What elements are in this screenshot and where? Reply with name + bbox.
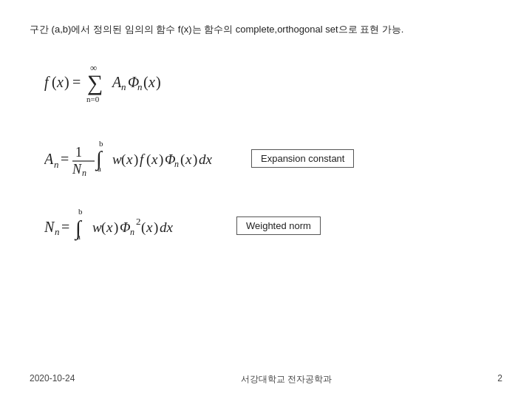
svg-text:(: ( bbox=[143, 74, 149, 91]
svg-text:n: n bbox=[137, 81, 143, 92]
svg-text:(: ( bbox=[146, 151, 151, 168]
formula-an: A n = 1 N n b a ∫ w ( x ) f ( x bbox=[44, 133, 236, 185]
svg-text:): ) bbox=[159, 151, 163, 168]
svg-text:x: x bbox=[146, 219, 153, 235]
svg-text:n: n bbox=[55, 226, 60, 237]
svg-text:1: 1 bbox=[75, 145, 82, 160]
svg-text:N: N bbox=[72, 162, 82, 177]
svg-text:∫: ∫ bbox=[74, 216, 83, 241]
svg-text:x: x bbox=[126, 151, 133, 167]
svg-text:dx: dx bbox=[160, 219, 174, 235]
formula-row-1: f ( x ) = ∑ n=0 ∞ A n Φ n ( x ) bbox=[44, 59, 502, 107]
footer-institution: 서강대학교 전자공학과 bbox=[241, 373, 332, 386]
svg-text:x: x bbox=[185, 151, 192, 167]
svg-text:(: ( bbox=[121, 151, 126, 168]
svg-text:n: n bbox=[54, 159, 59, 170]
formula-nn: N n = b a ∫ w ( x ) Φ n 2 ( x ) dx bbox=[44, 205, 222, 246]
svg-text:=: = bbox=[61, 219, 69, 235]
svg-text:dx: dx bbox=[199, 151, 213, 167]
formula-fx: f ( x ) = ∑ n=0 ∞ A n Φ n ( x ) bbox=[44, 59, 192, 107]
footer-page: 2 bbox=[497, 373, 502, 386]
header-text: 구간 (a,b)에서 정의된 임의의 함수 f(x)는 함수의 complete… bbox=[30, 22, 502, 37]
expansion-constant-label: Expansion constant bbox=[251, 149, 354, 168]
svg-text:N: N bbox=[44, 219, 55, 235]
svg-text:n: n bbox=[82, 168, 86, 178]
svg-text:∞: ∞ bbox=[90, 62, 97, 73]
svg-text:=: = bbox=[72, 74, 81, 90]
svg-text:A: A bbox=[111, 74, 122, 90]
svg-text:): ) bbox=[193, 151, 197, 168]
svg-text:n: n bbox=[121, 81, 126, 92]
svg-text:): ) bbox=[64, 74, 69, 91]
svg-text:f: f bbox=[140, 151, 146, 167]
svg-text:Φ: Φ bbox=[120, 219, 130, 235]
formula-row-3: N n = b a ∫ w ( x ) Φ n 2 ( x ) dx Weigh… bbox=[44, 205, 502, 246]
weighted-norm-label: Weighted norm bbox=[236, 216, 321, 235]
svg-text:x: x bbox=[151, 151, 158, 167]
svg-text:n: n bbox=[130, 227, 134, 237]
svg-text:f: f bbox=[44, 74, 50, 91]
svg-text:): ) bbox=[154, 219, 158, 236]
slide-page: 구간 (a,b)에서 정의된 임의의 함수 f(x)는 함수의 complete… bbox=[0, 0, 532, 399]
svg-text:n=0: n=0 bbox=[86, 95, 100, 103]
svg-text:): ) bbox=[134, 151, 138, 168]
svg-text:(: ( bbox=[141, 219, 146, 236]
svg-text:∑: ∑ bbox=[87, 70, 103, 95]
svg-text:n: n bbox=[174, 159, 179, 169]
formula-row-2: A n = 1 N n b a ∫ w ( x ) f ( x bbox=[44, 133, 502, 185]
svg-text:): ) bbox=[156, 74, 161, 91]
svg-text:(: ( bbox=[101, 219, 106, 236]
svg-text:(: ( bbox=[180, 151, 185, 168]
svg-text:∫: ∫ bbox=[95, 147, 103, 171]
svg-text:b: b bbox=[78, 207, 83, 216]
svg-text:A: A bbox=[44, 151, 54, 167]
svg-text:(: ( bbox=[52, 74, 57, 91]
svg-text:2: 2 bbox=[136, 216, 141, 227]
svg-text:x: x bbox=[56, 74, 64, 90]
svg-text:x: x bbox=[148, 74, 155, 90]
svg-text:): ) bbox=[114, 219, 118, 236]
svg-text:x: x bbox=[106, 219, 113, 235]
footer: 2020-10-24 서강대학교 전자공학과 2 bbox=[30, 373, 502, 386]
svg-text:=: = bbox=[61, 151, 69, 167]
footer-date: 2020-10-24 bbox=[30, 373, 75, 386]
math-area: f ( x ) = ∑ n=0 ∞ A n Φ n ( x ) bbox=[44, 59, 502, 246]
